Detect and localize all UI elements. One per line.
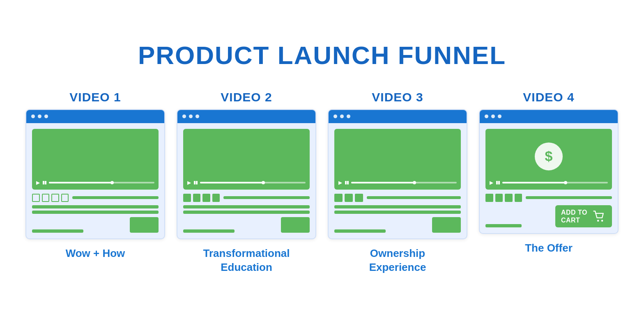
progress-fill <box>200 182 263 183</box>
text-line <box>32 205 159 208</box>
content-area-4: ADD TOCART <box>485 194 612 227</box>
thumb-box <box>51 194 59 202</box>
progress-thumb <box>262 181 265 184</box>
green-box <box>130 217 159 233</box>
browser-window-1: ▶ ▮▮ <box>25 109 165 239</box>
browser-dot <box>189 115 193 118</box>
browser-dot <box>31 115 35 118</box>
content-area-3 <box>334 194 461 233</box>
content-area-1 <box>32 194 159 233</box>
text-line <box>183 211 310 214</box>
bottom-row <box>183 217 310 233</box>
thumbnails-row <box>32 194 159 202</box>
browser-dot <box>347 115 350 118</box>
browser-titlebar-1 <box>26 110 164 123</box>
bottom-row-cart: ADD TOCART <box>485 205 612 227</box>
browser-dot <box>196 115 199 118</box>
browser-body-3: ▶ ▮▮ <box>329 123 467 238</box>
text-line <box>223 196 310 199</box>
add-to-cart-label: ADD TOCART <box>561 208 587 224</box>
progress-bar <box>351 182 457 183</box>
pause-icon: ▮▮ <box>193 180 198 185</box>
card-2-label: TransformationalEducation <box>203 247 290 275</box>
thumb-box <box>32 194 40 202</box>
pause-icon: ▮▮ <box>496 180 500 185</box>
thumbnails-row <box>334 194 461 202</box>
text-line <box>334 205 461 208</box>
progress-fill <box>502 182 566 183</box>
bottom-row <box>334 217 461 233</box>
thumb-box <box>61 194 69 202</box>
card-3-label: OwnershipExperience <box>369 247 426 275</box>
video-area-3: ▶ ▮▮ <box>334 129 461 190</box>
page-title: PRODUCT LAUNCH FUNNEL <box>138 41 506 70</box>
progress-thumb <box>110 181 114 184</box>
video-area-4: $ ▶ ▮▮ <box>485 129 612 190</box>
text-lines-left <box>334 229 428 233</box>
thumbnails-row <box>183 194 310 202</box>
text-line <box>367 196 461 199</box>
video-4-label: VIDEO 4 <box>523 90 574 104</box>
pause-icon: ▮▮ <box>42 180 46 185</box>
text-lines <box>32 205 159 214</box>
progress-thumb <box>413 181 416 184</box>
thumb-box <box>42 194 50 202</box>
play-icon: ▶ <box>490 180 493 186</box>
dollar-icon: $ <box>535 142 563 170</box>
video-controls-1: ▶ ▮▮ <box>32 180 159 186</box>
add-to-cart-box[interactable]: ADD TOCART <box>555 205 612 227</box>
browser-window-3: ▶ ▮▮ <box>328 109 467 239</box>
card-4: VIDEO 4 $ ▶ ▮▮ <box>479 90 619 275</box>
progress-bar <box>49 182 154 183</box>
content-area-2 <box>183 194 310 233</box>
text-line <box>183 205 310 208</box>
thumb-box <box>355 194 363 202</box>
thumb-box <box>485 194 493 202</box>
text-line <box>32 211 159 214</box>
card-1: VIDEO 1 ▶ ▮▮ <box>25 90 165 275</box>
browser-window-4: $ ▶ ▮▮ <box>479 109 619 234</box>
play-icon: ▶ <box>187 180 191 186</box>
video-2-label: VIDEO 2 <box>221 90 272 104</box>
browser-window-2: ▶ ▮▮ <box>177 109 316 239</box>
browser-titlebar-2 <box>177 110 315 123</box>
text-lines <box>334 205 461 214</box>
svg-point-1 <box>601 220 603 222</box>
browser-dot <box>340 115 344 118</box>
text-line <box>72 196 159 199</box>
card-2: VIDEO 2 ▶ ▮▮ <box>177 90 316 275</box>
svg-point-0 <box>597 220 599 222</box>
browser-titlebar-3 <box>329 110 467 123</box>
progress-fill <box>49 182 112 183</box>
thumbnails-row <box>485 194 612 202</box>
cards-row: VIDEO 1 ▶ ▮▮ <box>25 90 619 275</box>
text-lines-left <box>32 229 126 233</box>
browser-titlebar-4 <box>480 110 618 123</box>
browser-dot <box>38 115 41 118</box>
text-lines <box>183 205 310 214</box>
bottom-row <box>32 217 159 233</box>
text-lines-left <box>183 229 277 233</box>
thumb-box <box>334 194 343 202</box>
thumb-box <box>212 194 220 202</box>
page-wrapper: PRODUCT LAUNCH FUNNEL VIDEO 1 ▶ ▮▮ <box>0 24 644 299</box>
thumb-box <box>495 194 503 202</box>
video-3-label: VIDEO 3 <box>372 90 423 104</box>
browser-dot <box>44 115 48 118</box>
video-controls-4: ▶ ▮▮ <box>485 180 612 186</box>
video-controls-2: ▶ ▮▮ <box>183 180 310 186</box>
progress-thumb <box>564 181 567 184</box>
browser-body-2: ▶ ▮▮ <box>177 123 315 238</box>
video-1-label: VIDEO 1 <box>69 90 121 104</box>
browser-dot <box>182 115 186 118</box>
text-line <box>183 229 235 233</box>
browser-body-1: ▶ ▮▮ <box>26 123 164 238</box>
text-lines-left <box>485 224 551 227</box>
thumb-box <box>193 194 201 202</box>
browser-body-4: $ ▶ ▮▮ <box>480 123 618 233</box>
text-line <box>334 211 461 214</box>
text-line <box>334 229 386 233</box>
card-4-label: The Offer <box>525 241 573 255</box>
video-area-2: ▶ ▮▮ <box>183 129 310 190</box>
green-box <box>432 217 461 233</box>
